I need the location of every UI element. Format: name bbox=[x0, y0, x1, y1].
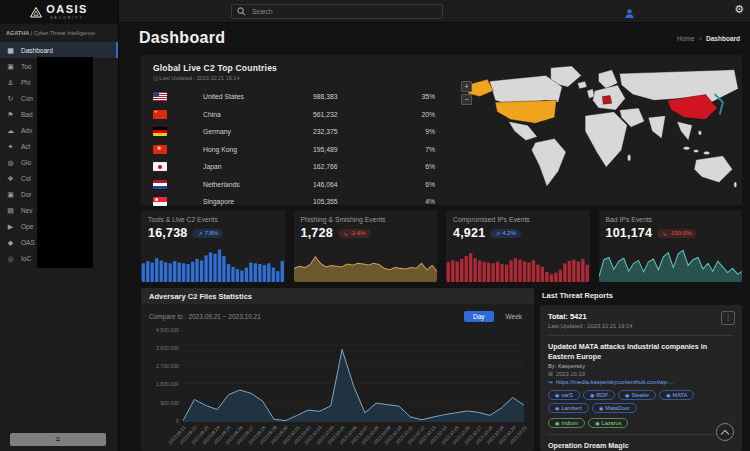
scroll-to-top-button[interactable] bbox=[716, 423, 734, 441]
tag-pill[interactable]: ◉RDP bbox=[583, 390, 615, 400]
tag-pill[interactable]: ◉Stealer bbox=[618, 390, 656, 400]
y-tick-label: 1,800,000 bbox=[156, 382, 179, 387]
oasis-triangle-icon bbox=[30, 7, 42, 18]
adversary-c2-stats-panel: Adversary C2 Files Statistics Compare to… bbox=[141, 288, 534, 451]
tag-pill[interactable]: ◉MATA bbox=[659, 390, 694, 400]
country-row[interactable]: Netherlands 146,064 6% bbox=[153, 176, 455, 194]
stat-card-compromised-ips: Compromised IPs Events 4,921 ↗ 4.2% bbox=[446, 210, 590, 282]
country-row[interactable]: Germany 232,375 9% bbox=[153, 123, 455, 141]
trend-badge: ↗ 4.2% bbox=[490, 229, 521, 238]
tag-icon: ◉ bbox=[590, 392, 594, 398]
tag-icon: ◉ bbox=[666, 392, 670, 398]
report-url[interactable]: https://media.kasperskycontenthub.com/wp… bbox=[556, 379, 674, 385]
map-germany bbox=[602, 96, 612, 105]
adversary-c2-chart[interactable] bbox=[183, 326, 524, 422]
breadcrumb: Home > Dashboard bbox=[677, 35, 740, 42]
actor-icon: ◉ bbox=[555, 420, 559, 426]
map-zoom-out-button[interactable]: − bbox=[461, 94, 472, 105]
stat-card-tools-live-c2: Tools & Live C2 Events 16,738 ↗ 7.8% bbox=[141, 210, 285, 282]
actor-tag-pill[interactable]: ◉Lazarus bbox=[588, 418, 628, 428]
country-row[interactable]: United States 988,383 35% bbox=[153, 88, 455, 106]
calendar-icon: ⊞ bbox=[548, 371, 553, 377]
country-percent: 35% bbox=[403, 93, 439, 100]
map-zoom-in-button[interactable]: + bbox=[461, 81, 472, 92]
stat-card-value: 4,921 bbox=[453, 226, 485, 240]
main-area: ⚙ Dashboard Home > Dashboard Global Live… bbox=[119, 0, 750, 451]
country-name: Germany bbox=[203, 128, 313, 135]
sidebar-item-label: IoC bbox=[21, 255, 31, 262]
country-name: Singapore bbox=[203, 198, 313, 205]
stat-card-title: Phishing & Smishing Events bbox=[301, 216, 431, 223]
modules-icon: ❖ bbox=[6, 175, 15, 182]
sidebar-item-dashboard[interactable]: ▦ Dashboard bbox=[0, 42, 118, 58]
week-toggle-button[interactable]: Week bbox=[502, 311, 527, 322]
country-row[interactable]: Singapore 105,355 4% bbox=[153, 193, 455, 211]
sidebar-collapse-button[interactable]: ≡ bbox=[10, 433, 106, 446]
trend-badge: ↘ -100.0% bbox=[657, 229, 696, 238]
country-percent: 7% bbox=[403, 146, 439, 153]
bottom-row: Adversary C2 Files Statistics Compare to… bbox=[141, 288, 742, 451]
report-date: 2023.10.19 bbox=[556, 371, 585, 377]
collapse-icon: ≡ bbox=[55, 435, 60, 444]
tag-pill[interactable]: ◉MataDoor bbox=[592, 403, 637, 413]
flag-united-states-icon bbox=[153, 92, 167, 101]
sidebar-item-label: Dashboard bbox=[21, 47, 53, 54]
tag-icon: ◉ bbox=[599, 405, 603, 411]
spark-icon: ✦ bbox=[6, 143, 15, 150]
tag-pill[interactable]: ◉Lambert bbox=[548, 403, 589, 413]
compromised-ips-sparkline bbox=[446, 246, 590, 282]
breadcrumb-current: Dashboard bbox=[706, 35, 740, 42]
stat-cards-row: Tools & Live C2 Events 16,738 ↗ 7.8% bbox=[141, 210, 742, 282]
country-row[interactable]: Hong Kong 195,489 7% bbox=[153, 141, 455, 159]
sidebar-item-label: Glo bbox=[21, 159, 31, 166]
search-input[interactable] bbox=[250, 7, 437, 16]
camera-icon: ▣ bbox=[6, 63, 15, 70]
report-title[interactable]: Updated MATA attacks industrial companie… bbox=[548, 342, 734, 361]
y-axis-labels: 4,500,0003,600,0002,700,0001,800,000900,… bbox=[149, 326, 183, 422]
briefcase-icon: ◆ bbox=[6, 239, 15, 246]
report-link[interactable]: ↪ https://media.kasperskycontenthub.com/… bbox=[548, 379, 734, 385]
report-title[interactable]: Operation Dream Magic bbox=[548, 441, 734, 451]
world-map[interactable] bbox=[455, 55, 742, 205]
country-name: China bbox=[203, 111, 313, 118]
report-author: By: Kaspersky bbox=[548, 363, 734, 369]
global-live-c2-panel: Global Live C2 Top Countries ◷ Last Upda… bbox=[141, 55, 742, 205]
brand-logo[interactable]: OASIS SECURITY bbox=[0, 0, 118, 24]
country-percent: 9% bbox=[403, 128, 439, 135]
breadcrumb-separator: > bbox=[698, 35, 702, 42]
stat-card-title: Tools & Live C2 Events bbox=[148, 216, 278, 223]
flag-hong-kong-icon bbox=[153, 145, 167, 154]
country-name: Japan bbox=[203, 163, 313, 170]
stat-card-value: 16,738 bbox=[148, 226, 187, 240]
search-box[interactable] bbox=[231, 4, 443, 19]
stat-card-title: Compromised IPs Events bbox=[453, 216, 583, 223]
search-icon: ◎ bbox=[6, 255, 15, 262]
country-value: 146,064 bbox=[313, 181, 403, 188]
more-options-button[interactable]: ⋮ bbox=[721, 311, 735, 325]
stat-card-value: 1,728 bbox=[301, 226, 333, 240]
tag-pill[interactable]: ◉varS bbox=[548, 390, 580, 400]
panel-title: Global Live C2 Top Countries bbox=[153, 63, 455, 73]
settings-gear-icon[interactable]: ⚙ bbox=[734, 4, 744, 15]
country-percent: 6% bbox=[403, 163, 439, 170]
user-avatar-icon[interactable] bbox=[624, 5, 635, 23]
y-tick-label: 3,600,000 bbox=[156, 346, 179, 351]
breadcrumb-home[interactable]: Home bbox=[677, 35, 694, 42]
trend-delta: -2.4% bbox=[350, 230, 366, 236]
sidebar-item-label: Con bbox=[21, 95, 33, 102]
divider bbox=[548, 335, 734, 336]
y-tick-label: 900,000 bbox=[160, 401, 179, 406]
tag-icon: ◉ bbox=[555, 405, 559, 411]
window-icon: ▣ bbox=[6, 191, 15, 198]
x-axis-labels: 2023.09.212023.09.222023.09.232023.09.24… bbox=[183, 422, 524, 448]
tag-icon: ◉ bbox=[555, 392, 559, 398]
country-percent: 6% bbox=[403, 181, 439, 188]
actor-tag-pill[interactable]: ◉Indium bbox=[548, 418, 585, 428]
country-row[interactable]: China 561,232 20% bbox=[153, 106, 455, 124]
panel-title: Adversary C2 Files Statistics bbox=[149, 292, 252, 301]
country-row[interactable]: Japan 162,766 6% bbox=[153, 158, 455, 176]
map-zoom-controls: + − bbox=[461, 81, 472, 105]
news-icon: ▤ bbox=[6, 207, 15, 214]
divider bbox=[548, 434, 734, 435]
day-toggle-button[interactable]: Day bbox=[464, 311, 494, 322]
